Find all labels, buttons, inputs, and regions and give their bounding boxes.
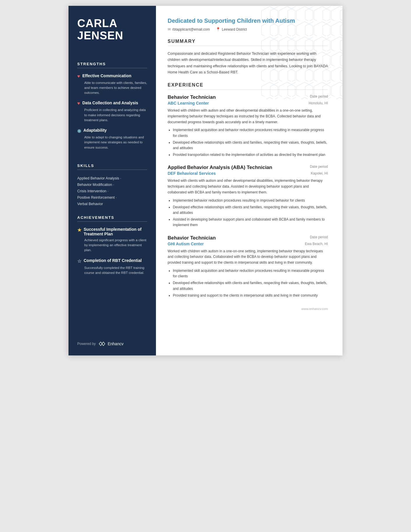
exp-bullet-1-1: Implemented skill acquisition and behavi… <box>173 127 328 138</box>
main-footer: www.enhancv.com <box>168 307 328 311</box>
star-filled-icon: ★ <box>77 227 81 233</box>
location-icon: 📍 <box>216 27 220 31</box>
contact-row: ✉ rbtapplicant@email.com 📍 Leeward Distr… <box>168 27 328 31</box>
exp-company-row-2: DEF Behavioral Services Kapolei, HI <box>168 171 328 176</box>
skill-3: Crisis Intervention · <box>77 188 147 194</box>
exp-bullet-3-2: Developed effective relationships with c… <box>173 280 328 291</box>
exp-bullets-1: Implemented skill acquisition and behavi… <box>168 127 328 158</box>
heart-icon-1: ♥ <box>77 74 80 79</box>
exp-company-1: ABC Learning Center <box>168 101 209 105</box>
exp-desc-3: Worked with children with autism in a on… <box>168 249 328 266</box>
exp-company-row-3: GHI Autism Center Ewa Beach, HI <box>168 242 328 246</box>
enhancv-logo: Enhancv <box>98 341 123 347</box>
strength-desc-2: Proficient in collecting and analyzing d… <box>77 108 147 123</box>
exp-header-3: Behavior Technician Date period <box>168 235 328 241</box>
resume-headline: Dedicated to Supporting Children with Au… <box>168 17 328 24</box>
experience-section-title: EXPERIENCE <box>168 82 328 90</box>
heart-icon-2: ♥ <box>77 101 80 106</box>
exp-company-row-1: ABC Learning Center Honolulu, HI <box>168 101 328 105</box>
experience-block-1: Behavior Technician Date period ABC Lear… <box>168 94 328 158</box>
pin-icon: ◉ <box>77 128 81 133</box>
exp-bullets-2: Implemented behavior reduction procedure… <box>168 198 328 228</box>
star-outline-icon: ☆ <box>77 258 81 264</box>
achievement-title-2: ☆ Completion of RBT Credential <box>77 258 147 264</box>
exp-bullet-1-3: Provided transportation related to the i… <box>173 152 328 158</box>
exp-date-3: Date period <box>305 235 328 239</box>
summary-section-title: SUMMARY <box>168 39 328 46</box>
exp-desc-2: Worked with clients with autism and othe… <box>168 178 328 195</box>
exp-date-1: Date period <box>305 94 328 98</box>
exp-bullet-3-1: Implemented skill acquisition and behavi… <box>173 268 328 279</box>
exp-header-1: Behavior Technician Date period <box>168 94 328 100</box>
main-content: Dedicated to Supporting Children with Au… <box>156 6 342 355</box>
skill-4: Positive Reinforcement · <box>77 194 147 201</box>
exp-bullet-2-3: Assisted in developing behavior support … <box>173 217 328 228</box>
strength-item-1: ♥ Effective Communication Able to commun… <box>77 73 147 96</box>
summary-text: Compassionate and dedicated Registered B… <box>168 51 328 75</box>
exp-title-3: Behavior Technician <box>168 235 216 241</box>
exp-bullets-3: Implemented skill acquisition and behavi… <box>168 268 328 298</box>
achievement-item-1: ★ Successful Implementation of Treatment… <box>77 227 147 253</box>
skill-2: Behavior Modification · <box>77 182 147 188</box>
exp-location-3: Ewa Beach, HI <box>305 242 328 246</box>
exp-desc-1: Worked with children with autism and oth… <box>168 108 328 125</box>
exp-date-2: Date period <box>305 165 328 169</box>
skill-5: Verbal Behavior <box>77 201 147 207</box>
candidate-name: CARLA JENSEN <box>77 17 147 42</box>
achievement-item-2: ☆ Completion of RBT Credential Successfu… <box>77 258 147 276</box>
strengths-section-title: STRENGTHS <box>77 62 147 68</box>
exp-title-2: Applied Behavior Analysis (ABA) Technici… <box>168 165 272 170</box>
skill-1: Applied Behavior Analysis · <box>77 175 147 182</box>
strength-item-2: ♥ Data Collection and Analysis Proficien… <box>77 101 147 123</box>
exp-title-1: Behavior Technician <box>168 94 216 100</box>
footer-url: www.enhancv.com <box>301 307 328 311</box>
exp-bullet-2-2: Developed effective relationships with c… <box>173 205 328 216</box>
skills-list: Applied Behavior Analysis · Behavior Mod… <box>77 175 147 207</box>
contact-location: 📍 Leeward District <box>216 27 247 31</box>
exp-bullet-3-3: Provided training and support to the cli… <box>173 293 328 298</box>
achievement-title-1: ★ Successful Implementation of Treatment… <box>77 227 147 236</box>
achievements-section-title: ACHIEVEMENTS <box>77 215 147 222</box>
exp-location-1: Honolulu, HI <box>309 101 328 105</box>
strength-title-1: ♥ Effective Communication <box>77 73 147 79</box>
exp-bullet-1-2: Developed effective relationships with c… <box>173 140 328 151</box>
strength-title-3: ◉ Adaptability <box>77 128 147 133</box>
enhancv-brand-name: Enhancv <box>108 341 123 346</box>
achievement-desc-1: Achieved significant progress with a cli… <box>77 238 147 253</box>
strength-title-2: ♥ Data Collection and Analysis <box>77 101 147 106</box>
experience-block-3: Behavior Technician Date period GHI Auti… <box>168 235 328 298</box>
experience-block-2: Applied Behavior Analysis (ABA) Technici… <box>168 165 328 228</box>
resume-container: CARLA JENSEN STRENGTHS ♥ Effective Commu… <box>68 6 342 355</box>
strength-desc-1: Able to communicate with clients, famili… <box>77 80 147 96</box>
sidebar: CARLA JENSEN STRENGTHS ♥ Effective Commu… <box>68 6 156 355</box>
skills-section-title: SKILLS <box>77 163 147 170</box>
exp-bullet-2-1: Implemented behavior reduction procedure… <box>173 198 328 203</box>
exp-header-2: Applied Behavior Analysis (ABA) Technici… <box>168 165 328 170</box>
exp-location-2: Kapolei, HI <box>311 171 328 175</box>
strengths-list: ♥ Effective Communication Able to commun… <box>77 73 147 155</box>
email-icon: ✉ <box>168 27 171 31</box>
strength-desc-3: Able to adapt to changing situations and… <box>77 135 147 150</box>
contact-email: ✉ rbtapplicant@email.com <box>168 27 210 31</box>
enhancv-logo-svg <box>98 341 106 347</box>
achievements-list: ★ Successful Implementation of Treatment… <box>77 227 147 281</box>
exp-company-3: GHI Autism Center <box>168 242 204 246</box>
achievement-desc-2: Successfully completed the RBT training … <box>77 265 147 276</box>
powered-by-label: Powered by <box>77 342 96 346</box>
exp-company-2: DEF Behavioral Services <box>168 171 216 176</box>
sidebar-footer: Powered by Enhancv <box>77 332 147 347</box>
strength-item-3: ◉ Adaptability Able to adapt to changing… <box>77 128 147 150</box>
